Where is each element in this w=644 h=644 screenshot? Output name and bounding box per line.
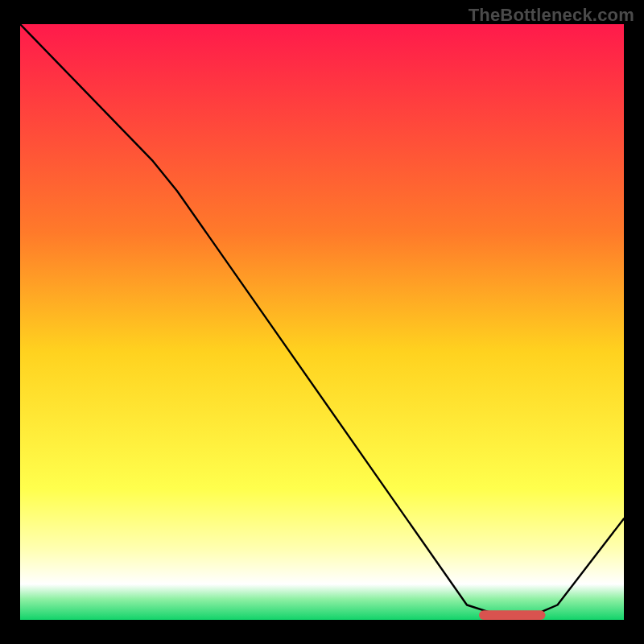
optimal-range-marker: [479, 610, 546, 620]
chart-frame: TheBottleneck.com: [0, 0, 644, 644]
plot-area: [20, 24, 624, 620]
watermark-text: TheBottleneck.com: [469, 5, 634, 26]
gradient-background: [20, 24, 624, 620]
chart-svg: [20, 24, 624, 620]
